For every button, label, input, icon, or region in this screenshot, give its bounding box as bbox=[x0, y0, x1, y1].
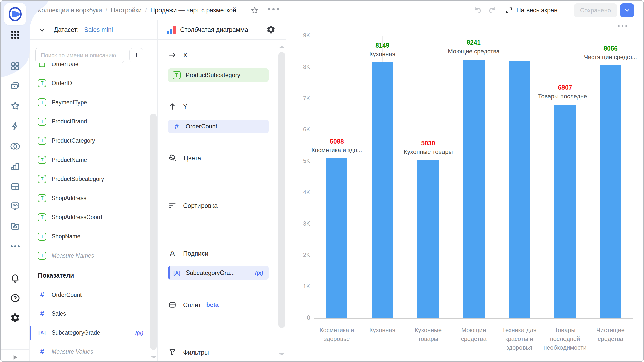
x-section-label: X bbox=[183, 52, 187, 59]
dimension-item-shopaddresscoord[interactable]: TShopAddressCoord bbox=[30, 210, 148, 224]
field-label: ShopAddressCoord bbox=[52, 214, 102, 221]
chart-settings-gear-icon[interactable] bbox=[266, 25, 276, 34]
measure-item-measure-values[interactable]: #Measure Values bbox=[30, 345, 148, 359]
entry-menu-ellipsis-icon[interactable] bbox=[268, 8, 279, 10]
field-label: OrderCount bbox=[52, 292, 82, 298]
dimension-item-productname[interactable]: TProductName bbox=[30, 153, 148, 167]
config-scroll-down-icon[interactable] bbox=[279, 353, 285, 355]
bar-chart-icon[interactable] bbox=[1, 159, 29, 173]
bar-value: 5088 bbox=[287, 137, 387, 146]
paint-bucket-icon bbox=[168, 154, 177, 163]
dimension-item-paymenttype[interactable]: TPaymentType bbox=[30, 95, 148, 109]
dimension-item-productbrand[interactable]: TProductBrand bbox=[30, 115, 148, 129]
bracket-a-field-icon: [A] bbox=[38, 329, 46, 337]
bar-value: 8056 bbox=[560, 44, 644, 53]
monitor-pulse-icon[interactable] bbox=[1, 199, 29, 213]
filters-section-header: Фильтры bbox=[168, 347, 209, 358]
split-section-label: Сплит bbox=[183, 301, 201, 309]
dimension-item-shopaddress[interactable]: TShopAddress bbox=[30, 191, 148, 205]
collections-copies-icon[interactable] bbox=[1, 79, 29, 93]
field-search-input[interactable] bbox=[35, 48, 124, 63]
expand-play-icon[interactable] bbox=[1, 350, 29, 362]
dataset-panel: OrderDateTOrderIDTPaymentTypeTProductBra… bbox=[29, 20, 158, 362]
bar-косметика-и-здоровье[interactable] bbox=[326, 158, 347, 318]
dataset-search-area: + bbox=[30, 40, 157, 63]
y-section-header: Y bbox=[168, 101, 187, 112]
bar-value: 6807 bbox=[515, 83, 615, 92]
save-dropdown-button[interactable] bbox=[620, 3, 634, 17]
dimension-item-productsubcategory[interactable]: TProductSubcategory bbox=[30, 172, 148, 186]
gear-icon[interactable] bbox=[1, 311, 29, 325]
table-icon[interactable] bbox=[1, 179, 29, 194]
measure-item-sales[interactable]: #Sales bbox=[30, 307, 148, 321]
x-axis-category-label: Товары последней необходимости bbox=[541, 326, 589, 352]
section-divider bbox=[158, 144, 286, 144]
breadcrumb: Коллекции и воркбуки / Настройки / Прода… bbox=[38, 1, 236, 20]
text-field-icon: T bbox=[173, 71, 181, 79]
text-field-icon: T bbox=[38, 118, 46, 126]
bar-кухонные-товары[interactable] bbox=[417, 160, 439, 318]
section-divider bbox=[158, 97, 286, 97]
y-axis-tick-label: 1K bbox=[293, 283, 310, 290]
dataset-name-link[interactable]: Sales mini bbox=[84, 20, 113, 40]
dimension-item-measure-names[interactable]: TMeasure Names bbox=[30, 249, 148, 263]
bar-кухонная[interactable] bbox=[372, 62, 393, 318]
bar-chart-canvas: 9K8K7K6K5K4K3K2K1K05088Косметика и здо..… bbox=[286, 20, 644, 362]
undo-icon[interactable] bbox=[472, 1, 482, 20]
bar-чистящие-средства[interactable] bbox=[600, 65, 621, 318]
number-field-icon: # bbox=[38, 310, 46, 318]
chart-menu-ellipsis-icon[interactable] bbox=[618, 25, 627, 27]
text-field-icon: T bbox=[38, 194, 46, 202]
config-scrollbar-thumb[interactable] bbox=[278, 52, 285, 328]
fullscreen-icon[interactable] bbox=[504, 1, 513, 20]
column-chart-type-icon[interactable] bbox=[166, 25, 177, 35]
bell-icon[interactable] bbox=[1, 271, 29, 285]
y-field-pill[interactable]: # OrderCount bbox=[168, 120, 269, 133]
text-field-icon: T bbox=[38, 156, 46, 164]
measure-item-ordercount[interactable]: #OrderCount bbox=[30, 288, 148, 302]
y-axis-tick-label: 3K bbox=[293, 220, 310, 227]
labels-field-pill[interactable]: [A] SubcategoryGra... f(x) bbox=[168, 266, 269, 280]
field-label: Sales bbox=[52, 310, 66, 317]
chart-type-title[interactable]: Столбчатая диаграмма bbox=[180, 20, 248, 40]
text-field-icon: T bbox=[38, 175, 46, 183]
bar-товары-последней-необходимости[interactable] bbox=[554, 105, 576, 318]
field-label: PaymentType bbox=[52, 99, 87, 106]
measure-item-subcategorygrade[interactable]: [A]SubcategoryGradef(x) bbox=[30, 326, 148, 340]
filters-section-label: Фильтры bbox=[183, 349, 209, 356]
split-icon bbox=[168, 301, 177, 309]
apps-grid-icon[interactable] bbox=[1, 28, 29, 42]
x-axis-category-label: Чистящие средства bbox=[587, 326, 634, 343]
dashboards-squares-icon[interactable] bbox=[1, 59, 29, 73]
add-field-button[interactable]: + bbox=[129, 48, 143, 62]
letter-a-icon: A bbox=[168, 249, 177, 258]
config-scroll-up-icon[interactable] bbox=[279, 46, 285, 48]
dimension-item-shopname[interactable]: TShopName bbox=[30, 230, 148, 244]
x-field-pill[interactable]: T ProductSubcategory bbox=[168, 68, 269, 82]
cloud-folder-icon[interactable] bbox=[1, 219, 29, 233]
y-section-label: Y bbox=[183, 103, 187, 110]
fullscreen-label[interactable]: На весь экран bbox=[516, 1, 558, 20]
saved-button[interactable]: Сохранено bbox=[574, 3, 617, 17]
number-field-icon: # bbox=[38, 348, 46, 356]
app-logo[interactable] bbox=[4, 3, 26, 25]
y-axis-tick-label: 9K bbox=[293, 32, 310, 39]
favorite-star-icon[interactable] bbox=[250, 6, 259, 15]
bar-value-name: Товары последне... bbox=[515, 92, 615, 101]
star-icon[interactable] bbox=[1, 99, 29, 113]
dimension-item-productcategory[interactable]: TProductCategory bbox=[30, 134, 148, 148]
breadcrumb-settings[interactable]: Настройки bbox=[111, 7, 142, 14]
number-field-icon: # bbox=[173, 122, 181, 130]
chart-config-panel: Столбчатая диаграмма X T ProductSubcateg… bbox=[158, 20, 286, 362]
datalens-app: Коллекции и воркбуки / Настройки / Прода… bbox=[0, 0, 644, 362]
field-label: Measure Values bbox=[52, 348, 93, 355]
field-label: Measure Names bbox=[52, 252, 94, 259]
help-icon[interactable] bbox=[1, 291, 29, 305]
lightning-icon[interactable] bbox=[1, 119, 29, 133]
list-scroll-down-icon[interactable] bbox=[151, 356, 156, 358]
venn-circles-icon[interactable] bbox=[1, 139, 29, 153]
bar-моющие-средства[interactable] bbox=[463, 60, 485, 318]
more-ellipsis-icon[interactable] bbox=[1, 239, 29, 253]
redo-icon[interactable] bbox=[488, 1, 498, 20]
dataset-scrollbar-thumb[interactable] bbox=[150, 114, 157, 350]
